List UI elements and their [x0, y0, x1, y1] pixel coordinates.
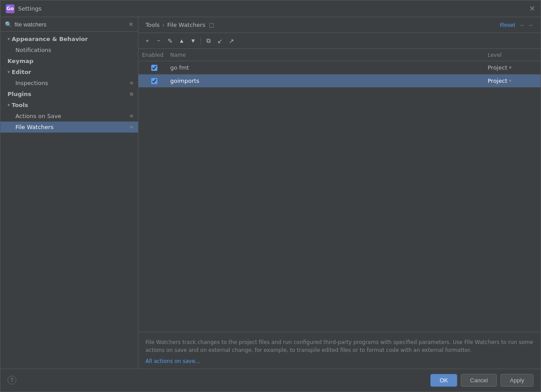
search-icon: 🔍: [5, 21, 12, 28]
sidebar-item-actions-on-save[interactable]: Actions on Save ≡: [0, 111, 138, 122]
column-header-enabled: Enabled: [138, 52, 170, 58]
row-level-go-fmt: Project ▾: [488, 64, 541, 71]
sidebar-item-label: Notifications: [15, 47, 51, 53]
clear-search-button[interactable]: ✕: [128, 21, 134, 28]
breadcrumb-actions: Reset ← →: [500, 22, 534, 29]
footer-area: File Watchers track changes to the proje…: [138, 332, 541, 369]
close-button[interactable]: ✕: [530, 4, 535, 13]
expand-arrow-icon: ▾: [7, 69, 10, 75]
actions-badge: ≡: [130, 113, 134, 119]
plugins-badge: ≡: [130, 91, 134, 97]
cancel-button[interactable]: Cancel: [461, 374, 497, 387]
app-icon: Go: [6, 4, 15, 13]
edit-button[interactable]: ✎: [165, 36, 175, 46]
breadcrumb-current: File Watchers: [167, 22, 205, 28]
sidebar-item-notifications[interactable]: Notifications: [0, 44, 138, 55]
sidebar-item-label: Tools: [12, 102, 28, 108]
column-header-name: Name: [170, 52, 488, 58]
move-down-button[interactable]: ▼: [188, 36, 198, 46]
ok-button[interactable]: OK: [430, 374, 457, 387]
search-bar: 🔍 ✕: [0, 17, 138, 32]
level-dropdown-go-fmt[interactable]: ▾: [509, 65, 511, 70]
settings-window: Go Settings ✕ 🔍 ✕ ▾ Appearance & Behavio…: [0, 0, 541, 392]
checkbox-go-fmt[interactable]: [151, 65, 157, 71]
forward-button[interactable]: →: [527, 22, 534, 29]
breadcrumb-parent: Tools: [146, 22, 160, 28]
back-button[interactable]: ←: [519, 22, 526, 29]
row-checkbox-goimports[interactable]: [138, 78, 170, 84]
title-bar: Go Settings ✕: [0, 0, 541, 17]
main-panel: Tools › File Watchers □ Reset ← → + − ✎ …: [138, 17, 541, 369]
row-checkbox-go-fmt[interactable]: [138, 65, 170, 71]
sidebar-item-plugins[interactable]: Plugins ≡: [0, 89, 138, 100]
sidebar-item-label: Actions on Save: [15, 113, 61, 119]
import-button[interactable]: ↙: [215, 36, 225, 46]
sidebar-item-appearance-behavior[interactable]: ▾ Appearance & Behavior: [0, 33, 138, 44]
column-header-level: Level: [488, 52, 541, 58]
table-area: Enabled Name Level go fmt Project ▾: [138, 49, 541, 332]
search-input[interactable]: [15, 21, 128, 28]
row-level-goimports: Project ▾: [488, 78, 541, 84]
move-up-button[interactable]: ▲: [176, 36, 187, 46]
sidebar-item-label: Editor: [12, 69, 31, 75]
sidebar-item-label: Keymap: [7, 58, 34, 64]
sidebar-item-label: Inspections: [15, 80, 48, 86]
table-header: Enabled Name Level: [138, 49, 541, 61]
row-name-go-fmt: go fmt: [170, 64, 488, 71]
help-button[interactable]: ?: [7, 376, 16, 385]
sidebar-item-label: Plugins: [7, 91, 31, 97]
toolbar-separator: [201, 37, 201, 45]
export-button[interactable]: ↗: [226, 36, 237, 46]
nav-arrows: ← →: [519, 22, 534, 29]
file-watchers-badge: ≡: [130, 124, 134, 130]
sidebar-item-label: File Watchers: [15, 124, 53, 130]
expand-arrow-icon: ▾: [7, 36, 10, 42]
table-rows: go fmt Project ▾ goimports Projec: [138, 61, 541, 332]
content-area: 🔍 ✕ ▾ Appearance & Behavior Notification…: [0, 17, 541, 369]
copy-button[interactable]: ⧉: [203, 36, 214, 46]
window-title: Settings: [18, 5, 41, 12]
pin-icon[interactable]: □: [209, 22, 214, 28]
table-row[interactable]: go fmt Project ▾: [138, 61, 541, 74]
expand-arrow-icon: ▾: [7, 102, 10, 108]
inspections-badge: ≡: [130, 80, 134, 86]
reset-button[interactable]: Reset: [500, 22, 515, 28]
apply-button[interactable]: Apply: [500, 374, 534, 387]
add-button[interactable]: +: [142, 36, 153, 46]
sidebar-item-inspections[interactable]: Inspections ≡: [0, 78, 138, 89]
sidebar-item-label: Appearance & Behavior: [12, 36, 88, 42]
bottom-bar: ? OK Cancel Apply: [0, 369, 541, 392]
remove-button[interactable]: −: [153, 36, 164, 46]
sidebar-item-tools[interactable]: ▾ Tools: [0, 100, 138, 111]
table-row[interactable]: goimports Project ▾: [138, 74, 541, 88]
toolbar: + − ✎ ▲ ▼ ⧉ ↙ ↗: [138, 33, 541, 49]
breadcrumb: Tools › File Watchers □ Reset ← →: [138, 17, 541, 33]
breadcrumb-separator: ›: [162, 22, 164, 28]
all-actions-link[interactable]: All actions on save...: [146, 358, 200, 364]
sidebar: 🔍 ✕ ▾ Appearance & Behavior Notification…: [0, 17, 138, 369]
level-dropdown-goimports[interactable]: ▾: [509, 78, 511, 84]
footer-description: File Watchers track changes to the proje…: [146, 338, 534, 354]
nav-tree: ▾ Appearance & Behavior Notifications Ke…: [0, 32, 138, 134]
sidebar-item-editor[interactable]: ▾ Editor: [0, 67, 138, 78]
sidebar-item-file-watchers[interactable]: File Watchers ≡: [0, 122, 138, 133]
sidebar-item-keymap[interactable]: Keymap: [0, 55, 138, 67]
checkbox-goimports[interactable]: [151, 78, 157, 84]
row-name-goimports: goimports: [170, 78, 488, 84]
